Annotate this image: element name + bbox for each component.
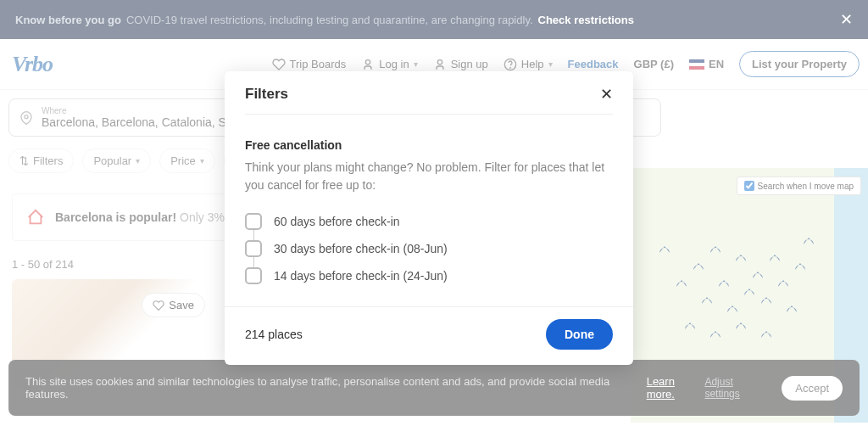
cancel-options: 60 days before check-in 30 days before c… — [245, 208, 613, 289]
done-button[interactable]: Done — [546, 319, 613, 350]
checkbox-30[interactable] — [245, 240, 262, 257]
modal-title: Filters — [245, 86, 288, 103]
close-icon[interactable]: ✕ — [600, 85, 613, 104]
filters-modal: Filters ✕ Free cancellation Think your p… — [225, 71, 633, 365]
modal-header: Filters ✕ — [225, 71, 633, 114]
modal-body: Free cancellation Think your plans might… — [225, 115, 633, 296]
cancel-30-label: 30 days before check-in (08-Jun) — [274, 242, 448, 255]
cancel-60-label: 60 days before check-in — [274, 215, 400, 228]
modal-footer: 214 places Done — [225, 306, 633, 365]
cancel-14-label: 14 days before check-in (24-Jun) — [274, 269, 448, 283]
section-desc: Think your plans might change? No proble… — [245, 159, 613, 194]
cancel-option-60[interactable]: 60 days before check-in — [245, 208, 613, 235]
place-count: 214 places — [245, 328, 303, 341]
checkbox-60[interactable] — [245, 213, 262, 230]
cancel-option-30[interactable]: 30 days before check-in (08-Jun) — [245, 235, 613, 262]
cancel-option-14[interactable]: 14 days before check-in (24-Jun) — [245, 262, 613, 289]
checkbox-14[interactable] — [245, 267, 262, 284]
section-title: Free cancellation — [245, 138, 613, 152]
